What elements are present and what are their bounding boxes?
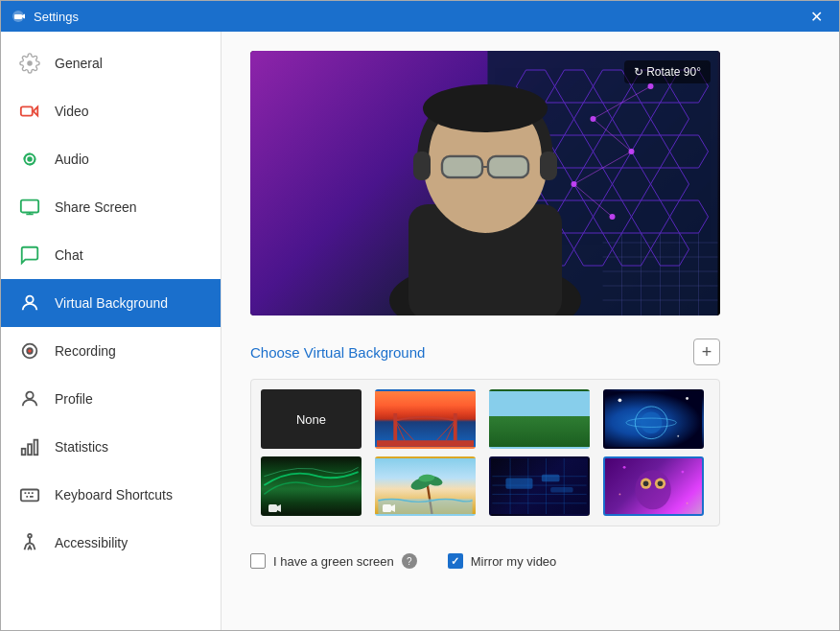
svg-rect-100 — [383, 504, 391, 512]
profile-icon — [16, 386, 43, 412]
sidebar-label-virtual-background: Virtual Background — [55, 295, 168, 311]
svg-rect-93 — [268, 504, 277, 512]
svg-marker-94 — [277, 504, 281, 512]
video-indicator-beach — [383, 501, 396, 510]
chat-icon — [16, 242, 43, 269]
keyboard-shortcuts-icon — [16, 481, 43, 508]
sidebar-item-recording[interactable]: Recording — [1, 327, 221, 375]
bg-option-green[interactable] — [489, 389, 590, 449]
svg-rect-13 — [22, 449, 26, 455]
sidebar-label-recording: Recording — [55, 343, 116, 359]
bg-chooser: Choose Virtual Background + None — [250, 339, 720, 526]
svg-point-117 — [658, 480, 664, 486]
svg-rect-112 — [550, 487, 572, 493]
svg-rect-8 — [21, 200, 38, 213]
audio-icon — [16, 146, 43, 173]
svg-point-17 — [28, 534, 32, 538]
rotate-button[interactable]: ↻ Rotate 90° — [624, 60, 711, 83]
green-screen-label: I have a green screen — [273, 554, 394, 569]
svg-rect-16 — [21, 490, 38, 502]
svg-point-92 — [677, 435, 679, 437]
svg-rect-111 — [542, 475, 560, 481]
main-panel: ↻ Rotate 90° Choose Virtual Background +… — [222, 32, 839, 630]
bg-option-space[interactable] — [603, 389, 704, 449]
recording-icon — [16, 338, 43, 364]
sidebar-item-video[interactable]: Video — [1, 87, 221, 135]
content-area: General Video Audio Sha — [1, 32, 839, 630]
statistics-icon — [16, 433, 43, 460]
bottom-options: I have a green screen ? Mirror my video — [250, 553, 810, 569]
sidebar-item-accessibility[interactable]: Accessibility — [1, 519, 221, 567]
sidebar-item-chat[interactable]: Chat — [1, 231, 221, 279]
sidebar-label-chat: Chat — [55, 247, 83, 263]
sidebar-item-share-screen[interactable]: Share Screen — [1, 183, 221, 231]
svg-marker-101 — [391, 504, 395, 512]
green-screen-help-icon[interactable]: ? — [402, 553, 417, 569]
title-bar: Settings ✕ — [1, 1, 839, 32]
svg-rect-77 — [443, 157, 481, 176]
sidebar-label-profile: Profile — [55, 391, 93, 407]
person-silhouette — [332, 51, 639, 316]
bg-option-none[interactable]: None — [261, 389, 362, 449]
bg-option-bridge[interactable] — [375, 389, 476, 449]
sidebar-label-accessibility: Accessibility — [55, 535, 128, 550]
bg-option-purple[interactable] — [603, 456, 704, 516]
svg-rect-110 — [505, 479, 532, 489]
sidebar-item-general[interactable]: General — [1, 39, 221, 87]
sidebar-label-video: Video — [55, 104, 89, 119]
bg-chooser-title: Choose Virtual Background — [250, 344, 425, 361]
mirror-video-label: Mirror my video — [471, 554, 557, 569]
add-background-button[interactable]: + — [693, 339, 720, 365]
svg-rect-15 — [35, 440, 38, 456]
video-indicator-aurora — [268, 501, 282, 510]
svg-rect-80 — [377, 440, 474, 447]
close-button[interactable]: ✕ — [803, 3, 829, 30]
green-screen-option: I have a green screen ? — [250, 553, 417, 569]
sidebar-label-general: General — [55, 56, 103, 71]
svg-rect-72 — [413, 152, 431, 180]
mirror-video-option: Mirror my video — [448, 553, 557, 569]
svg-point-121 — [687, 502, 688, 504]
svg-point-7 — [28, 157, 32, 161]
sidebar-item-audio[interactable]: Audio — [1, 135, 221, 183]
svg-point-79 — [423, 84, 548, 132]
svg-rect-4 — [21, 106, 33, 115]
svg-rect-73 — [540, 152, 557, 180]
svg-point-90 — [618, 398, 622, 402]
sidebar-label-share-screen: Share Screen — [55, 199, 137, 215]
svg-point-113 — [635, 470, 670, 509]
svg-rect-1 — [14, 14, 22, 19]
accessibility-icon — [16, 529, 43, 556]
svg-point-3 — [27, 60, 33, 66]
svg-rect-78 — [489, 157, 527, 176]
sidebar-label-audio: Audio — [55, 152, 89, 167]
sidebar-label-statistics: Statistics — [55, 439, 108, 455]
sidebar-label-keyboard-shortcuts: Keyboard Shortcuts — [55, 487, 173, 502]
svg-line-84 — [395, 421, 413, 441]
sidebar-item-virtual-background[interactable]: Virtual Background — [1, 279, 221, 327]
sidebar: General Video Audio Sha — [1, 32, 222, 630]
svg-point-88 — [641, 412, 662, 433]
bg-option-aurora[interactable] — [261, 456, 362, 516]
svg-marker-5 — [34, 106, 38, 115]
mirror-video-checkbox[interactable] — [448, 553, 463, 569]
general-icon — [16, 50, 43, 77]
svg-rect-14 — [28, 444, 32, 455]
svg-point-11 — [27, 348, 33, 354]
virtual-background-icon — [16, 290, 43, 316]
sidebar-item-keyboard-shortcuts[interactable]: Keyboard Shortcuts — [1, 471, 221, 519]
bg-chooser-header: Choose Virtual Background + — [250, 339, 720, 365]
svg-point-12 — [26, 392, 33, 399]
green-screen-checkbox[interactable] — [250, 553, 266, 569]
svg-point-9 — [26, 296, 33, 303]
sidebar-item-profile[interactable]: Profile — [1, 375, 221, 423]
app-icon — [11, 9, 26, 24]
svg-point-119 — [682, 471, 685, 474]
video-icon — [16, 98, 43, 125]
sidebar-item-statistics[interactable]: Statistics — [1, 423, 221, 471]
video-preview: ↻ Rotate 90° — [250, 51, 720, 316]
bg-option-beach[interactable] — [375, 456, 476, 516]
bg-option-data[interactable] — [489, 456, 590, 516]
svg-point-116 — [643, 480, 649, 486]
bg-grid: None — [250, 379, 720, 526]
